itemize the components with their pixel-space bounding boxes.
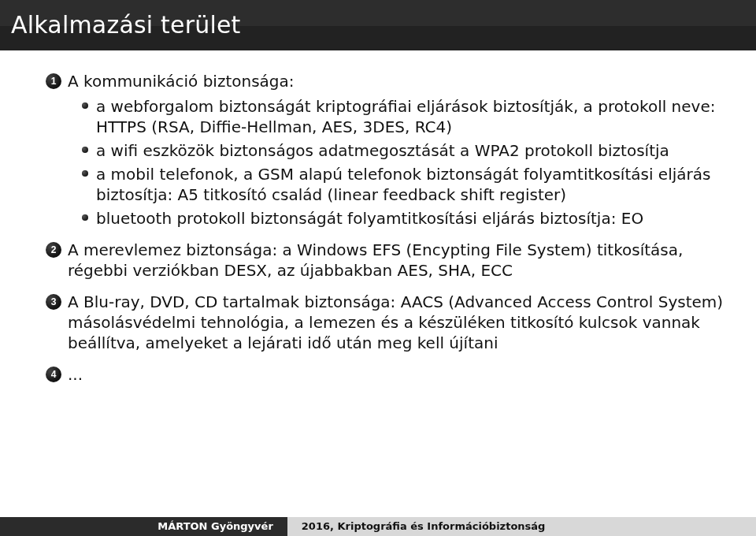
item-text: ... bbox=[68, 365, 83, 384]
list-item: 2 A merevlemez biztonsága: a Windows EFS… bbox=[46, 240, 732, 281]
number-badge-icon: 3 bbox=[46, 294, 61, 310]
slide-footer: MÁRTON Gyöngyvér 2016, Kriptográfia és I… bbox=[0, 517, 756, 536]
list-subitem: a mobil telefonok, a GSM alapú telefonok… bbox=[82, 164, 732, 205]
number-badge-icon: 1 bbox=[46, 73, 61, 89]
number-badge-icon: 2 bbox=[46, 242, 61, 258]
item-text: A Blu-ray, DVD, CD tartalmak biztonsága:… bbox=[68, 292, 723, 352]
footer-author: MÁRTON Gyöngyvér bbox=[0, 517, 287, 536]
list-subitem: a webforgalom biztonságát kriptográfiai … bbox=[82, 96, 732, 137]
item-text: A kommunikáció biztonsága: bbox=[68, 72, 295, 91]
list-item: 1 A kommunikáció biztonsága: a webforgal… bbox=[46, 71, 732, 229]
list-subitem: a wifi eszközök biztonságos adatmegosztá… bbox=[82, 140, 732, 161]
list-item: 4 ... bbox=[46, 364, 732, 385]
list-subitem: bluetooth protokoll biztonságát folyamti… bbox=[82, 208, 732, 229]
slide-content: 1 A kommunikáció biztonsága: a webforgal… bbox=[46, 71, 732, 396]
number-badge-icon: 4 bbox=[46, 367, 61, 382]
list-item: 3 A Blu-ray, DVD, CD tartalmak biztonság… bbox=[46, 292, 732, 353]
item-text: A merevlemez biztonsága: a Windows EFS (… bbox=[68, 240, 683, 280]
slide-title: Alkalmazási terület bbox=[0, 0, 756, 50]
footer-course: 2016, Kriptográfia és Információbiztonsá… bbox=[287, 517, 756, 536]
